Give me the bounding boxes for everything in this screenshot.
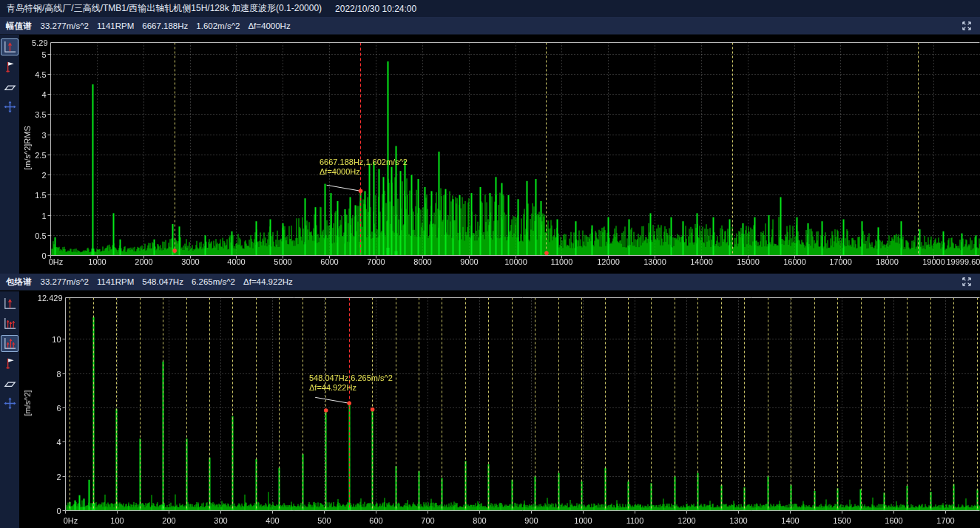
- cursor-frequency-value: 548.047Hz: [142, 277, 183, 286]
- y-axis-unit-label: [m/s^2]: [23, 390, 32, 416]
- delta-f-value: Δf=44.922Hz: [243, 277, 293, 286]
- cursor-frequency-value: 6667.188Hz: [142, 21, 188, 30]
- envelope-spectrum-toolbar: 包络谱 33.277m/s^2 1141RPM 548.047Hz 6.265m…: [0, 274, 980, 291]
- expand-icon[interactable]: [959, 19, 974, 33]
- cursor-annotation-line1: 548.047Hz,6.265m/s^2: [309, 373, 393, 383]
- vibration-analysis-app: { "title_bar": { "path": "青岛特钢/高线厂/三高线/T…: [0, 0, 980, 528]
- y-axis-unit-label: [m/s^2]RMS: [23, 126, 32, 170]
- spectrum-type-label: 包络谱: [6, 277, 32, 288]
- harmonic-cursor-tool[interactable]: [1, 315, 18, 332]
- expand-icon[interactable]: [959, 275, 974, 288]
- flag-tool[interactable]: [1, 58, 18, 75]
- single-cursor-tool[interactable]: [1, 38, 18, 55]
- spectrum-type-label: 幅值谱: [6, 21, 32, 32]
- cursor-annotation-line2: Δf=44.922Hz: [309, 383, 393, 393]
- envelope-spectrum-tool-sidebar: [0, 291, 19, 528]
- amplitude-spectrum-panel: [m/s^2]RMS 6667.188Hz,1.602m/s^2 Δf=4000…: [0, 35, 980, 274]
- amplitude-spectrum-canvas[interactable]: [19, 35, 980, 274]
- cursor-amplitude-value: 1.602m/s^2: [196, 21, 240, 30]
- envelope-spectrum-panel: [m/s^2] 548.047Hz,6.265m/s^2 Δf=44.922Hz: [0, 291, 980, 528]
- single-cursor-tool[interactable]: [1, 295, 18, 312]
- zoom-region-tool[interactable]: [1, 78, 18, 95]
- overall-value: 33.277m/s^2: [41, 277, 89, 286]
- cursor-amplitude-value: 6.265m/s^2: [192, 277, 235, 286]
- speed-value: 1141RPM: [97, 277, 134, 286]
- amplitude-spectrum-toolbar: 幅值谱 33.277m/s^2 1141RPM 6667.188Hz 1.602…: [0, 18, 980, 35]
- amplitude-spectrum-tool-sidebar: [0, 35, 19, 274]
- timestamp: 2022/10/30 10:24:00: [335, 4, 416, 14]
- sideband-cursor-tool[interactable]: [1, 335, 18, 352]
- title-bar: 青岛特钢/高线厂/三高线/TMB1/西输出轴轧机侧15H/128k 加速度波形(…: [0, 0, 980, 18]
- cursor-annotation-line2: Δf=4000Hz: [320, 167, 408, 177]
- cursor-annotation-line1: 6667.188Hz,1.602m/s^2: [320, 158, 408, 167]
- envelope-spectrum-canvas[interactable]: [19, 291, 980, 528]
- cursor-annotation: 6667.188Hz,1.602m/s^2 Δf=4000Hz: [320, 158, 408, 177]
- cursor-annotation: 548.047Hz,6.265m/s^2 Δf=44.922Hz: [309, 373, 393, 393]
- pan-tool[interactable]: [1, 395, 18, 412]
- flag-tool[interactable]: [1, 355, 18, 372]
- breadcrumb-path: 青岛特钢/高线厂/三高线/TMB1/西输出轴轧机侧15H/128k 加速度波形(…: [7, 2, 322, 15]
- overall-value: 33.277m/s^2: [41, 21, 89, 30]
- pan-tool[interactable]: [1, 98, 18, 115]
- delta-f-value: Δf=4000Hz: [248, 21, 290, 30]
- speed-value: 1141RPM: [97, 21, 134, 30]
- zoom-region-tool[interactable]: [1, 375, 18, 392]
